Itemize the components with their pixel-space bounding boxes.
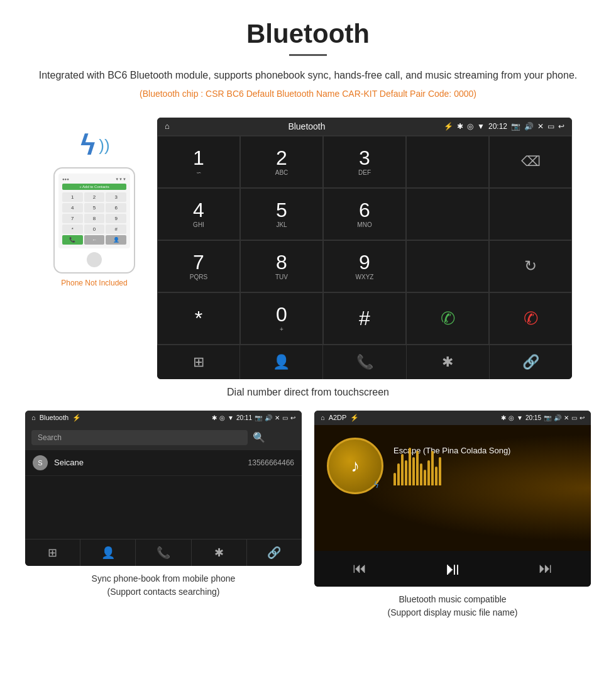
music-note-icon: ♪ (351, 456, 360, 476)
dial-key-hash[interactable]: # (323, 292, 406, 345)
nav-call[interactable]: 📞 (323, 345, 406, 379)
music-next-btn[interactable]: ⏭ (539, 560, 553, 577)
music-x-icon[interactable]: ✕ (564, 414, 569, 421)
dial-key-9[interactable]: 9WXYZ (323, 240, 406, 292)
car-status-left: ⌂ (165, 121, 170, 131)
car-screen-icon: ▭ (547, 122, 554, 131)
dial-key-2[interactable]: 2ABC (240, 136, 323, 188)
nav-bluetooth[interactable]: ✱ (407, 345, 490, 379)
phone-key-5[interactable]: 5 (84, 203, 105, 213)
phone-key-call[interactable]: 📞 (62, 235, 83, 245)
car-back-icon[interactable]: ↩ (558, 122, 564, 131)
contact-list-empty (25, 476, 302, 539)
phone-contact-bar: + Add to Contacts (62, 184, 126, 190)
pb-rect-icon: ▭ (282, 414, 288, 421)
car-status-right: ⚡ ✱ ◎ ▼ 20:12 📷 🔊 ✕ ▭ ↩ (444, 122, 564, 131)
eq-bar-2 (397, 463, 400, 485)
page-header: Bluetooth Integrated with BC6 Bluetooth … (0, 0, 616, 118)
phone-key-star[interactable]: * (62, 224, 83, 234)
pb-status-right: ✱ ◎ ▼ 20:11 📷 🔊 ✕ ▭ ↩ (212, 414, 295, 421)
dial-key-8[interactable]: 8TUV (240, 240, 323, 292)
phone-key-1[interactable]: 1 (62, 192, 83, 202)
nav-link[interactable]: 🔗 (490, 345, 572, 379)
dial-cell-empty-1 (406, 136, 489, 188)
car-home-icon[interactable]: ⌂ (165, 121, 170, 131)
phone-key-9[interactable]: 9 (106, 214, 126, 223)
dial-key-5[interactable]: 5JKL (240, 188, 323, 240)
phone-key-2[interactable]: 2 (84, 192, 105, 202)
dial-call-green[interactable]: ✆ (406, 292, 489, 345)
pb-vol-icon: 🔊 (265, 414, 272, 421)
eq-bar-7 (416, 451, 419, 485)
phone-key-hash[interactable]: # (106, 224, 126, 234)
pb-nav-dialpad[interactable]: ⊞ (25, 539, 80, 566)
car-volume-icon: 🔊 (524, 122, 534, 131)
music-time: 20:15 (525, 414, 541, 421)
phonebook-search-bar: Search 🔍 (25, 425, 302, 450)
music-prev-btn[interactable]: ⏮ (353, 560, 366, 577)
eq-bar-12 (435, 467, 437, 485)
car-time: 20:12 (488, 122, 507, 131)
dial-key-7[interactable]: 7PQRS (157, 240, 240, 292)
pb-home-icon[interactable]: ⌂ (31, 414, 36, 421)
music-playpause-btn[interactable]: ⏯ (444, 558, 461, 579)
pb-nav-bt[interactable]: ✱ (192, 539, 247, 566)
dial-key-6[interactable]: 6MNO (323, 188, 406, 240)
phone-not-included-label: Phone Not Included (61, 279, 127, 287)
pb-nav-contacts[interactable]: 👤 (80, 539, 136, 566)
dial-key-0[interactable]: 0+ (240, 292, 323, 345)
dial-backspace[interactable]: ⌫ (489, 136, 572, 188)
page-specs: (Bluetooth chip : CSR BC6 Default Blueto… (38, 89, 578, 99)
pb-x-icon[interactable]: ✕ (275, 414, 280, 421)
music-controls: ⏮ ⏯ ⏭ (314, 551, 591, 587)
phone-key-0[interactable]: 0 (84, 224, 105, 234)
phone-key-contacts[interactable]: 👤 (106, 235, 126, 245)
car-loc-icon: ◎ (467, 122, 473, 131)
music-info: Escape (The Pina Colada Song) (393, 446, 578, 485)
phone-key-6[interactable]: 6 (106, 203, 126, 213)
phone-container: ϟ )) ●●● ▼▼▼ + Add to Contacts 1 2 3 4 5… (44, 118, 145, 287)
music-vol-icon: 🔊 (554, 414, 561, 421)
contact-letter: S (33, 455, 48, 470)
search-input-mock[interactable]: Search (31, 430, 248, 445)
dial-call-red[interactable]: ✆ (489, 292, 572, 345)
main-section: ϟ )) ●●● ▼▼▼ + Add to Contacts 1 2 3 4 5… (0, 118, 616, 379)
phone-home-button[interactable] (87, 252, 102, 267)
dial-key-4[interactable]: 4GHI (157, 188, 240, 240)
nav-dialpad[interactable]: ⊞ (157, 345, 240, 379)
phone-screen: ●●● ▼▼▼ + Add to Contacts 1 2 3 4 5 6 7 … (58, 174, 130, 248)
car-status-bar: ⌂ Bluetooth ⚡ ✱ ◎ ▼ 20:12 📷 🔊 ✕ ▭ ↩ (157, 118, 572, 135)
dial-key-3[interactable]: 3DEF (323, 136, 406, 188)
music-home-icon[interactable]: ⌂ (321, 414, 325, 421)
contact-name: Seicane (54, 458, 248, 467)
phone-key-back[interactable]: ← (84, 235, 105, 245)
phone-key-8[interactable]: 8 (84, 214, 105, 223)
music-panel: ⌂ A2DP ⚡ ✱ ◎ ▼ 20:15 📷 🔊 ✕ ▭ ↩ (314, 411, 591, 619)
dial-key-1[interactable]: 1∽ (157, 136, 240, 188)
pb-sig-icon: ▼ (228, 414, 234, 421)
eq-bar-6 (412, 457, 415, 485)
eq-bar-13 (439, 457, 441, 485)
contact-row[interactable]: S Seicane 13566664466 (25, 450, 302, 476)
music-loc-icon: ◎ (509, 414, 514, 421)
pb-status-bar: ⌂ Bluetooth ⚡ ✱ ◎ ▼ 20:11 📷 🔊 ✕ ▭ ↩ (25, 411, 302, 425)
nav-contacts[interactable]: 👤 (240, 345, 323, 379)
phone-key-4[interactable]: 4 (62, 203, 83, 213)
car-screen-dial: ⌂ Bluetooth ⚡ ✱ ◎ ▼ 20:12 📷 🔊 ✕ ▭ ↩ 1∽ (157, 118, 572, 379)
phone-key-3[interactable]: 3 (106, 192, 126, 202)
dial-refresh[interactable]: ↻ (489, 240, 572, 292)
dial-key-star[interactable]: * (157, 292, 240, 345)
phone-key-7[interactable]: 7 (62, 214, 83, 223)
pb-back-icon[interactable]: ↩ (290, 414, 295, 421)
music-equalizer (393, 460, 578, 485)
car-close-icon[interactable]: ✕ (537, 122, 544, 131)
phone-keypad: 1 2 3 4 5 6 7 8 9 * 0 # 📞 ← 👤 (62, 192, 126, 245)
pb-nav-call[interactable]: 📞 (136, 539, 191, 566)
search-icon[interactable]: 🔍 (253, 431, 265, 443)
music-caption: Bluetooth music compatible(Support displ… (314, 593, 591, 619)
signal-waves: )) (99, 136, 109, 155)
pb-title: Bluetooth (40, 414, 69, 421)
music-back-icon[interactable]: ↩ (580, 414, 585, 421)
car-status-title: Bluetooth (288, 121, 325, 131)
pb-nav-link[interactable]: 🔗 (247, 539, 302, 566)
